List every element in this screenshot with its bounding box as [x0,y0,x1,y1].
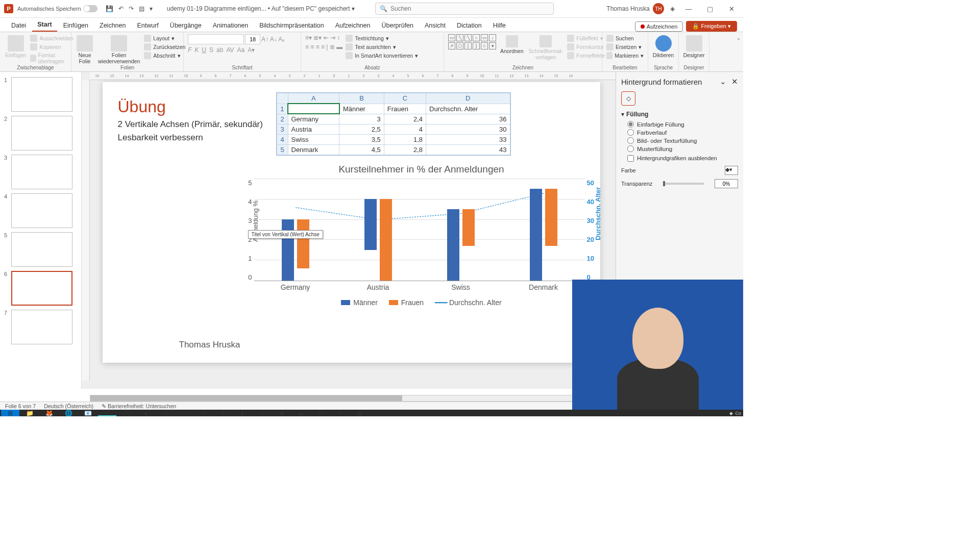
layout-button[interactable]: Layout ▾ [144,34,185,42]
undo-icon[interactable]: ↶ [118,5,124,12]
share-button[interactable]: 🔒 Freigeben ▾ [686,21,737,32]
autosave-toggle[interactable]: Automatisches Speichern [17,5,97,12]
app-icon-2[interactable]: ▲ [137,410,155,416]
chart[interactable]: Kursteilnehmer in % der Anmeldungen Anme… [243,164,600,317]
tab-hilfe[interactable]: Hilfe [488,19,511,32]
format-painter-button[interactable]: Format übertragen [30,52,73,65]
close-button[interactable]: ✕ [724,5,739,13]
copy-button[interactable]: Kopieren [30,43,73,51]
document-title[interactable]: udemy 01-19 Diagramme einfügen... • Auf … [167,5,355,12]
tab-aufzeichnen[interactable]: Aufzeichnen [330,19,376,32]
pane-close-icon[interactable]: ✕ [731,77,738,86]
horizontal-scrollbar[interactable] [90,395,610,402]
outlook-icon[interactable]: 📧 [79,410,97,416]
redo-icon[interactable]: ↷ [129,5,134,12]
powerpoint-icon[interactable]: P [98,410,116,416]
fill-option-0[interactable]: Einfarbige Füllung [627,121,738,128]
accessibility-status[interactable]: ✎ Barrierefreiheit: Untersuchen [102,403,176,409]
embedded-data-table[interactable]: ABCD1MännerFrauenDurchschn. Alter2German… [276,92,511,156]
tab-einfügen[interactable]: Einfügen [58,19,93,32]
ribbon-collapse-button[interactable]: ⌄ [734,32,743,71]
font-color-button[interactable]: A▾ [248,46,255,54]
italic-button[interactable]: K [194,46,199,54]
search-input[interactable] [390,5,549,12]
paste-button[interactable]: Einfügen [4,34,27,60]
slide-canvas[interactable]: Übung 2 Vertikale Achsen (Primär, sekund… [103,82,600,363]
tab-animationen[interactable]: Animationen [208,19,254,32]
thumbnail-2[interactable] [11,116,72,151]
explorer-icon[interactable]: 📁 [20,410,39,416]
author-text[interactable]: Thomas Hruska [179,340,240,350]
user-account[interactable]: Thomas Hruska TH [606,3,664,14]
color-picker-button[interactable]: ◆▾ [725,166,738,175]
shapes-gallery[interactable]: ▭╲╲○▭↓ ↗⬡{}☆▾ [448,34,496,49]
tab-übergänge[interactable]: Übergänge [165,19,207,32]
slide-counter[interactable]: Folie 6 von 7 [5,403,36,409]
fill-section[interactable]: ▾ Füllung [621,111,738,118]
app-icon-8[interactable]: ☁ [292,410,310,416]
start-button[interactable]: ⊞ [1,410,19,416]
tab-datei[interactable]: Datei [6,19,31,32]
replace-button[interactable]: Ersetzen ▾ [606,43,644,51]
app-icon-3[interactable]: ▭ [156,410,175,416]
thumbnail-5[interactable] [11,232,72,267]
minimize-button[interactable]: — [681,5,696,13]
firefox-icon[interactable]: 🦊 [40,410,58,416]
strike-button[interactable]: S [209,46,213,54]
pane-dropdown-icon[interactable]: ⌄ [720,77,726,86]
bold-button[interactable]: F [188,46,191,54]
app-icon-9[interactable]: ▦ [350,410,369,416]
align-text-button[interactable]: Text ausrichten ▾ [346,43,418,51]
quick-styles-button[interactable]: Schnellformat-vorlagen [528,34,565,61]
maximize-button[interactable]: ▢ [702,5,718,13]
app-icon-1[interactable]: ◯ [117,410,136,416]
smartart-button[interactable]: In SmartArt konvertieren ▾ [346,52,418,60]
app-icon-4[interactable]: ○ [176,410,194,416]
present-icon[interactable]: ▤ [139,5,144,12]
select-button[interactable]: Markieren ▾ [606,52,644,60]
transparency-slider[interactable] [663,183,704,185]
telegram-icon[interactable]: ✈ [214,410,233,416]
tab-zeichnen[interactable]: Zeichnen [94,19,131,32]
hide-bg-graphics-checkbox[interactable]: Hintergrundgrafiken ausblenden [627,155,738,162]
designer-button[interactable]: Designer [683,34,705,60]
thumbnail-4[interactable] [11,193,72,228]
thumbnail-3[interactable] [11,155,72,189]
app-icon-7[interactable]: ◉ [273,410,291,416]
system-tray[interactable]: ◆Co [729,411,743,416]
word-icon[interactable]: W [311,410,330,416]
section-button[interactable]: Abschnitt ▾ [144,52,185,60]
dictate-button[interactable]: Diktieren [652,34,674,60]
new-slide-button[interactable]: Neue Folie [76,34,94,65]
font-family-select[interactable] [188,34,244,44]
slide-editor[interactable]: 1615141312111098765432101234567891011121… [82,72,616,389]
onenote-icon[interactable]: N [195,410,213,416]
thumbnail-1[interactable] [11,77,72,112]
underline-button[interactable]: U [202,46,206,54]
tab-start[interactable]: Start [32,18,57,32]
tab-ansicht[interactable]: Ansicht [420,19,451,32]
fill-option-1[interactable]: Farbverlauf [627,129,738,136]
reset-button[interactable]: Zurücksetzen [144,43,185,51]
app-icon-5[interactable]: ◐ [234,410,252,416]
record-button[interactable]: Aufzeichnen [635,21,683,32]
tab-bildschirmpräsentation[interactable]: Bildschirmpräsentation [254,19,329,32]
arrange-button[interactable]: Anordnen [499,34,525,56]
reuse-slides-button[interactable]: Folien wiederverwenden [97,34,141,65]
fill-option-2[interactable]: Bild- oder Texturfüllung [627,137,738,144]
diamond-icon[interactable]: ◈ [670,5,675,12]
text-direction-button[interactable]: Textrichtung ▾ [346,34,418,42]
cut-button[interactable]: Ausschneiden [30,34,73,42]
save-icon[interactable]: 💾 [106,5,113,12]
search-box[interactable]: 🔍 [375,3,554,15]
transparency-input[interactable] [715,179,738,188]
app-icon-6[interactable]: ⊙ [253,410,272,416]
fill-option-3[interactable]: Musterfüllung [627,145,738,152]
chrome-icon[interactable]: 🌐 [59,410,78,416]
tab-entwurf[interactable]: Entwurf [132,19,163,32]
tab-dictation[interactable]: Dictation [452,19,487,32]
thumbnail-7[interactable] [11,310,72,344]
excel-icon[interactable]: X [331,410,349,416]
qat-more-icon[interactable]: ▾ [150,5,153,12]
find-button[interactable]: Suchen [606,34,644,42]
